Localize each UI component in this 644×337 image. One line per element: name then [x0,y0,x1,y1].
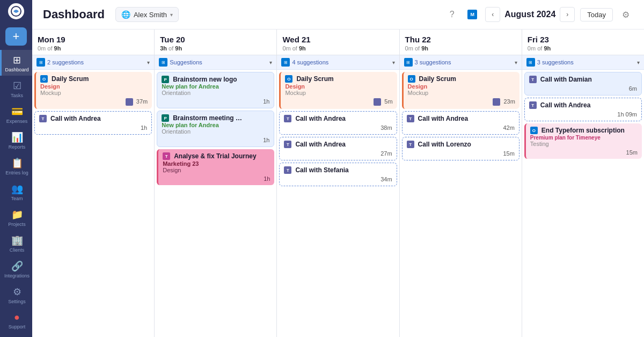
outlook-icon: O [40,75,48,83]
event-duration: 27m [284,150,392,157]
suggestions-bar-wed[interactable]: ⊞ 4 suggestions ▾ [277,55,399,70]
event-daily-scrum-mon[interactable]: O Daily Scrum Design Mockup 37m [34,72,152,109]
event-title: T Call with Andrea [529,101,637,109]
event-title: O Daily Scrum [408,75,515,83]
sidebar-item-dashboard[interactable]: ⊞ Dashboard [0,50,32,76]
teams-icon [126,98,133,106]
user-selector[interactable]: 🌐 Alex Smith ▾ [115,7,179,22]
app-logo [0,0,32,23]
month-nav: ‹ August 2024 › [485,7,575,22]
teams-icon: T [407,141,414,148]
suggestions-chevron-tue: ▾ [269,60,272,65]
event-duration: 6m [529,85,637,92]
day-events-tue: P Brainstorm new logo New plan for Andre… [155,70,276,337]
todo-icon: T [163,152,170,160]
sidebar-item-label: Expenses [6,119,28,124]
event-call-stefania[interactable]: T Call with Stefania 34m [279,163,397,186]
day-events-fri: T Call with Damian 6m T Call with Andrea… [522,70,644,337]
next-month-button[interactable]: › [560,7,575,22]
event-subtitle: New plan for Andrea [162,122,269,128]
event-end-typeform[interactable]: O End Typeform subscription Premium plan… [524,123,642,159]
event-call-andrea-wed-1[interactable]: T Call with Andrea 38m [279,111,397,135]
suggestions-bar-thu[interactable]: ⊞ 3 suggestions ▾ [400,55,522,70]
event-subtitle: New plan for Andrea [162,83,269,90]
suggestions-count-mon: 2 suggestions [47,59,84,65]
day-events-thu: O Daily Scrum Design Mockup 23m T [400,70,522,337]
event-sub2: Mockup [408,90,515,96]
header-right: ? M ‹ August 2024 › Today ⚙ [444,7,633,22]
sidebar-item-tasks[interactable]: ☑ Tasks [0,76,32,101]
event-subtitle: Premium plan for Timeneye [530,135,638,141]
sidebar-item-settings[interactable]: ⚙ Settings [0,282,32,307]
app-header: Dashboard 🌐 Alex Smith ▾ ? M ‹ August 20… [32,0,644,30]
sidebar-item-expenses[interactable]: 💳 Expenses [0,101,32,127]
calendar-columns: Mon 19 0m of 9h ⊞ 2 suggestions ▾ [32,30,644,337]
event-daily-scrum-wed[interactable]: O Daily Scrum Design Mockup 5m [279,72,397,109]
day-column-tue: Tue 20 3h of 9h ⊞ Suggestions ▾ P [155,30,277,337]
day-events-mon: O Daily Scrum Design Mockup 37m T [32,70,154,337]
day-column-wed: Wed 21 0m of 9h ⊞ 4 suggestions ▾ O [277,30,399,337]
day-name-thu: Thu 22 [405,35,516,44]
event-call-andrea-thu[interactable]: T Call with Andrea 42m [402,111,519,135]
day-header-wed: Wed 21 0m of 9h [277,30,399,55]
event-title: T Call with Stefania [284,166,392,174]
tasks-icon: ☑ [13,80,21,92]
suggestions-bar-fri[interactable]: ⊞ 3 suggestions ▾ [522,55,644,70]
event-duration: 38m [284,124,392,131]
outlook-icon: O [408,75,415,83]
suggestions-bar-mon[interactable]: ⊞ 2 suggestions ▾ [32,55,154,70]
suggestions-chevron-wed: ▾ [392,60,395,65]
day-name-fri: Fri 23 [528,35,639,44]
prev-month-button[interactable]: ‹ [485,7,500,22]
suggestions-bar-tue[interactable]: ⊞ Suggestions ▾ [155,55,276,70]
day-meta-wed: 0m of 9h [282,45,393,52]
sidebar-item-clients[interactable]: 🏢 Clients [0,230,32,256]
event-call-lorenzo[interactable]: T Call with Lorenzo 15m [402,137,519,160]
sidebar-item-entries[interactable]: 📋 Entries log [0,153,32,179]
event-call-andrea-wed-2[interactable]: T Call with Andrea 27m [279,137,397,160]
sidebar-item-support[interactable]: ● Support [0,307,32,333]
event-title: O Daily Scrum [285,75,392,83]
day-events-wed: O Daily Scrum Design Mockup 5m T [277,70,399,337]
day-name-tue: Tue 20 [160,35,271,44]
event-sub2: Design [163,167,270,173]
event-call-andrea-fri[interactable]: T Call with Andrea 1h 09m [524,98,642,121]
suggestions-count-wed: 4 suggestions [292,59,328,65]
sidebar-item-reports[interactable]: 📊 Reports [0,127,32,153]
outlook-icon: O [530,127,538,134]
sidebar-item-label: Reports [9,144,26,150]
add-button[interactable]: + [5,27,27,46]
dropdown-chevron-icon: ▾ [170,12,173,18]
sidebar-item-projects[interactable]: 📁 Projects [0,204,32,230]
sidebar-item-label: Support [9,324,26,329]
calendar-settings-icon[interactable]: ⚙ [618,7,633,22]
help-icon[interactable]: ? [444,7,459,22]
event-title: O Daily Scrum [40,75,148,83]
event-duration: 1h 09m [529,111,637,118]
event-call-andrea-mon[interactable]: T Call with Andrea 1h [34,111,152,135]
planner-icon: P [162,114,169,122]
sidebar-item-team[interactable]: 👥 Team [0,179,32,204]
event-call-damian[interactable]: T Call with Damian 6m [524,72,642,96]
day-meta-tue: 3h of 9h [160,45,271,52]
event-sub2: Mockup [285,90,392,96]
event-brainstorm-logo[interactable]: P Brainstorm new logo New plan for Andre… [157,72,274,108]
event-brainstorm-meeting[interactable]: P Brainstorm meeting for new cam... New … [157,111,274,147]
sidebar-item-integrations[interactable]: 🔗 Integrations [0,256,32,282]
page-title: Dashboard [43,8,105,21]
event-analyse-fix[interactable]: T Analyse & fix Trial Journey Marketing … [157,149,274,185]
globe-icon: 🌐 [121,10,130,19]
event-title: T Call with Andrea [39,115,147,122]
event-duration: 1h [39,124,147,131]
teams-icon [374,98,381,106]
day-meta-thu: 0m of 9h [405,45,516,52]
ms-icon[interactable]: M [465,7,480,22]
event-daily-scrum-thu[interactable]: O Daily Scrum Design Mockup 23m [402,72,519,109]
event-subtitle: Design [40,83,148,90]
day-meta-fri: 0m of 9h [528,45,639,52]
today-button[interactable]: Today [580,8,613,21]
teams-icon: T [284,115,291,122]
ms-suggestions-icon-tue: ⊞ [159,58,167,67]
suggestions-chevron-mon: ▾ [147,60,150,65]
projects-icon: 📁 [11,209,23,221]
